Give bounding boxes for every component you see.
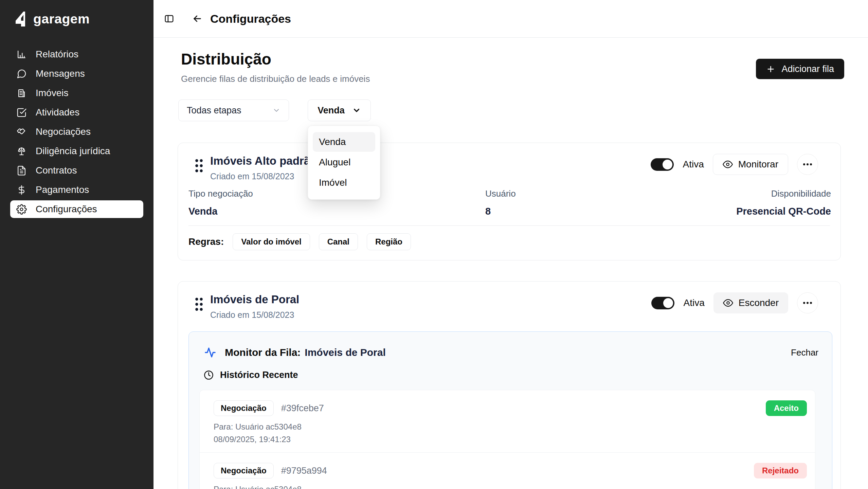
field-value: Venda — [188, 206, 253, 217]
back-button[interactable] — [192, 13, 203, 24]
queue-card-imoveis-alto-padrao: Imóveis Alto padrão Criado em 15/08/2023… — [178, 143, 841, 260]
sidebar-item-label: Configurações — [36, 204, 97, 215]
history-recipient: Para: Usuário ac5304e8 — [214, 422, 807, 432]
history-item: Negociação #39fcebe7 Aceito Para: Usuári… — [200, 390, 815, 452]
stage-filter-select[interactable]: Todas etapas — [178, 99, 289, 121]
more-options-button[interactable] — [797, 292, 818, 313]
negotiation-chip: Negociação — [214, 463, 274, 478]
check-square-icon — [16, 107, 27, 118]
toggle-knob — [663, 160, 672, 169]
page-subtitle: Gerencie filas de distribuição de leads … — [181, 74, 370, 84]
document-icon — [16, 165, 27, 176]
hide-monitor-button-label: Esconder — [739, 297, 779, 308]
sidebar-item-label: Pagamentos — [36, 184, 89, 195]
add-queue-button-label: Adicionar fila — [781, 64, 834, 74]
rule-chip-canal: Canal — [319, 233, 358, 250]
plus-icon — [766, 65, 775, 74]
monitor-title-queue-name: Imóveis de Poral — [305, 347, 385, 358]
sidebar-item-atividades[interactable]: Atividades — [10, 104, 143, 121]
chat-bubble-icon — [16, 69, 27, 79]
sidebar-item-label: Atividades — [36, 107, 79, 118]
active-toggle[interactable] — [651, 297, 674, 309]
sidebar-panel-icon — [164, 14, 174, 24]
eye-icon — [723, 159, 733, 169]
history-header: Histórico Recente — [204, 370, 298, 380]
garagem-logo-icon — [13, 11, 28, 27]
page-title: Distribuição — [181, 50, 271, 68]
ellipsis-icon — [803, 302, 805, 304]
gear-icon — [16, 204, 27, 215]
field-value: Presencial QR-Code — [736, 206, 831, 217]
sidebar-item-label: Negociações — [36, 126, 91, 137]
sidebar-item-contratos[interactable]: Contratos — [10, 162, 143, 179]
rule-chip-regiao: Região — [367, 233, 411, 250]
history-item: Negociação #9795a994 Rejeitado Para: Usu… — [200, 452, 815, 489]
monitor-header: Monitor da Fila:Imóveis de Poral Fechar — [204, 347, 818, 358]
history-list: Negociação #39fcebe7 Aceito Para: Usuári… — [199, 390, 815, 489]
close-monitor-button[interactable]: Fechar — [791, 347, 818, 358]
activity-icon — [204, 347, 216, 358]
history-recipient: Para: Usuário ac5304e8 — [214, 485, 807, 489]
sidebar-item-negociacoes[interactable]: Negociações — [10, 123, 143, 141]
sidebar-item-label: Contratos — [36, 165, 77, 176]
dollar-icon — [16, 185, 27, 195]
sidebar-item-relatorios[interactable]: Relatórios — [10, 46, 143, 63]
more-options-button[interactable] — [797, 154, 818, 175]
history-title: Histórico Recente — [220, 370, 298, 380]
drag-handle-icon[interactable] — [194, 158, 204, 175]
rule-chip-valor-do-imovel: Valor do imóvel — [233, 233, 310, 250]
menu-option-aluguel[interactable]: Aluguel — [313, 152, 375, 172]
chevron-down-icon — [272, 106, 281, 114]
queue-controls: Ativa Esconder — [651, 292, 818, 313]
sidebar-item-pagamentos[interactable]: Pagamentos — [10, 181, 143, 199]
negotiation-id: #9795a994 — [281, 466, 327, 476]
queue-created-date: Criado em 15/08/2023 — [210, 171, 294, 181]
status-badge-accepted: Aceito — [766, 400, 807, 416]
field-value: 8 — [485, 206, 516, 217]
chevron-down-icon — [352, 106, 361, 115]
queue-monitor-panel: Monitor da Fila:Imóveis de Poral Fechar … — [188, 331, 832, 489]
drag-handle-icon[interactable] — [194, 296, 204, 313]
queue-controls: Ativa Monitorar — [651, 154, 818, 175]
rules-row: Regras: Valor do imóvel Canal Região — [188, 233, 411, 250]
monitor-button[interactable]: Monitorar — [713, 154, 788, 175]
sidebar-item-label: Diligência jurídica — [36, 146, 110, 157]
monitor-title: Monitor da Fila:Imóveis de Poral — [225, 347, 386, 358]
active-toggle[interactable] — [651, 158, 674, 171]
history-item-header: Negociação #9795a994 Rejeitado — [214, 463, 807, 478]
sidebar-item-label: Mensagens — [36, 68, 85, 79]
sidebar-item-label: Relatórios — [36, 49, 78, 60]
type-filter-select[interactable]: Venda — [308, 99, 371, 121]
sidebar-item-configuracoes[interactable]: Configurações — [10, 200, 143, 218]
topbar: Configurações — [153, 0, 868, 38]
sidebar: garagem Relatórios Mensagens Imóveis Ati… — [0, 0, 153, 489]
add-queue-button[interactable]: Adicionar fila — [756, 59, 844, 79]
hide-monitor-button[interactable]: Esconder — [713, 292, 788, 313]
field-usuario: Usuário 8 — [485, 188, 516, 217]
main-content: Distribuição Gerencie filas de distribui… — [153, 38, 868, 489]
negotiation-chip: Negociação — [214, 400, 274, 416]
sidebar-item-mensagens[interactable]: Mensagens — [10, 65, 143, 83]
panel-toggle-button[interactable] — [164, 14, 174, 24]
toggle-knob — [663, 298, 673, 308]
arrow-left-icon — [192, 13, 203, 24]
field-label: Tipo negociação — [188, 188, 253, 199]
menu-option-imovel[interactable]: Imóvel — [313, 173, 375, 193]
sidebar-item-imoveis[interactable]: Imóveis — [10, 84, 143, 102]
clock-icon — [204, 370, 214, 380]
queue-title: Imóveis de Poral — [210, 293, 299, 306]
history-timestamp: 08/09/2025, 19:41:23 — [214, 435, 807, 444]
bar-chart-icon — [16, 49, 27, 60]
menu-option-venda[interactable]: Venda — [313, 132, 375, 152]
toggle-label: Ativa — [683, 297, 704, 308]
ellipsis-icon — [803, 163, 805, 165]
field-tipo-negociacao: Tipo negociação Venda — [188, 188, 253, 217]
monitor-title-prefix: Monitor da Fila: — [225, 347, 301, 358]
toggle-label: Ativa — [683, 159, 704, 170]
field-label: Usuário — [485, 188, 516, 199]
brand-name: garagem — [33, 12, 90, 26]
scales-icon — [16, 146, 27, 157]
sidebar-nav: Relatórios Mensagens Imóveis Atividades … — [0, 38, 153, 218]
sidebar-item-diligencia-juridica[interactable]: Diligência jurídica — [10, 142, 143, 160]
page-header-title: Configurações — [210, 12, 291, 25]
